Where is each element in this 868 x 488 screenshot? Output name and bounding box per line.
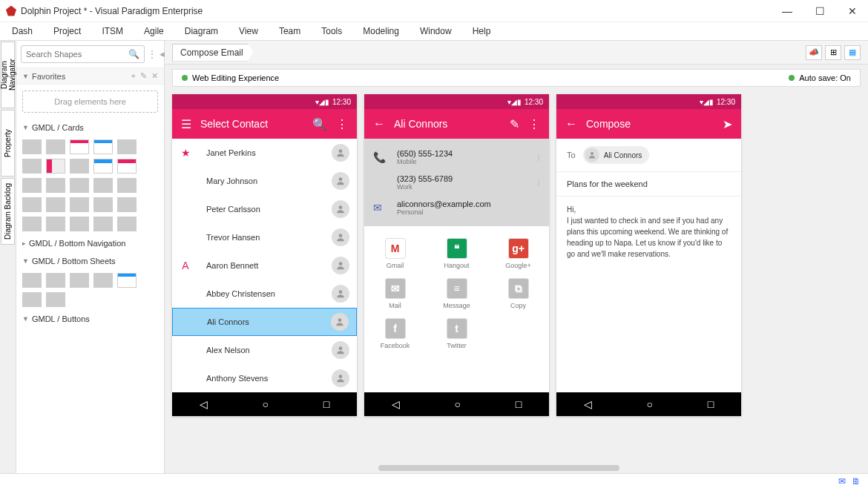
share-facebook[interactable]: fFacebook	[364, 314, 426, 354]
search-icon[interactable]: 🔍	[128, 49, 139, 59]
wireframe-contact-detail[interactable]: ▾◢▮ 12:30 ← Ali Connors ✎ ⋮ 📞(650) 555-1…	[364, 94, 549, 416]
announce-icon[interactable]: 📣	[806, 45, 822, 60]
share-copy[interactable]: ⧉Copy	[487, 274, 549, 314]
add-favorite-icon[interactable]: +	[131, 71, 136, 81]
palette-shape[interactable]	[70, 178, 89, 193]
palette-shape[interactable]	[70, 197, 89, 212]
contact-row[interactable]: Anthony Stevens	[172, 364, 357, 392]
palette-shape[interactable]	[70, 159, 89, 174]
palette-shape[interactable]	[117, 217, 137, 231]
palette-shape[interactable]	[117, 197, 137, 212]
palette-shape[interactable]	[93, 197, 113, 212]
mail-icon[interactable]: ✉	[838, 476, 846, 487]
nav-back-icon[interactable]: ◁	[200, 398, 208, 410]
hamburger-icon[interactable]: ☰	[181, 117, 191, 131]
share-gmail[interactable]: MGmail	[364, 234, 426, 274]
share-hangout[interactable]: ❝Hangout	[426, 234, 487, 274]
palette-shape[interactable]	[22, 178, 42, 193]
nav-back-icon[interactable]: ◁	[392, 398, 400, 410]
wireframe-compose-email[interactable]: ▾◢▮ 12:30 ← Compose ➤ To	[556, 94, 741, 416]
palette-shape[interactable]	[70, 273, 89, 288]
menu-window[interactable]: Window	[420, 26, 452, 36]
diagram-canvas[interactable]: ▾◢▮ 12:30 ☰ Select Contact 🔍 ⋮ ★Janet Pe…	[165, 87, 868, 463]
remove-favorite-icon[interactable]: ✕	[151, 71, 158, 81]
menu-diagram[interactable]: Diagram	[185, 26, 218, 36]
palette-shape[interactable]	[46, 178, 65, 193]
palette-section-header[interactable]: ▼GMDL / Bottom Sheets	[16, 252, 164, 270]
send-icon[interactable]: ➤	[723, 117, 732, 131]
overflow-icon[interactable]: ⋮	[528, 117, 540, 131]
palette-shape[interactable]	[46, 197, 65, 212]
contact-row[interactable]: Ali Connors	[172, 308, 357, 336]
palette-shape[interactable]	[70, 217, 89, 231]
palette-section-header[interactable]: ▼GMDL / Buttons	[16, 310, 164, 328]
collapse-icon[interactable]: ◀	[160, 50, 165, 58]
search-icon[interactable]: 🔍	[312, 117, 327, 131]
palette-shape[interactable]	[93, 139, 113, 154]
palette-shape[interactable]	[46, 292, 65, 307]
menu-team[interactable]: Team	[279, 26, 300, 36]
recipient-chip[interactable]: Ali Connors	[583, 146, 650, 164]
palette-shape[interactable]	[22, 139, 42, 154]
share-twitter[interactable]: tTwitter	[426, 314, 487, 354]
palette-shape[interactable]	[22, 197, 42, 212]
favorites-dropzone[interactable]: Drag elements here	[22, 90, 158, 113]
nav-home-icon[interactable]: ○	[647, 398, 653, 410]
phone-row[interactable]: (323) 555-6789Work⟩	[373, 170, 540, 195]
vtab-diagram-navigator[interactable]: Diagram Navigator	[1, 42, 15, 108]
palette-shape[interactable]	[46, 273, 65, 288]
palette-shape[interactable]	[22, 273, 42, 288]
vtab-diagram-backlog[interactable]: Diagram Backlog	[1, 178, 15, 245]
layout-icon[interactable]: ⊞	[825, 45, 841, 60]
edit-icon[interactable]: ✎	[510, 117, 519, 131]
phone-row[interactable]: 📞(650) 555-1234Mobile⟩	[373, 145, 540, 170]
contact-row[interactable]: ★Janet Perkins	[172, 139, 357, 167]
menu-itsm[interactable]: ITSM	[102, 26, 123, 36]
contact-row[interactable]: Peter Carlsson	[172, 195, 357, 223]
wireframe-contact-list[interactable]: ▾◢▮ 12:30 ☰ Select Contact 🔍 ⋮ ★Janet Pe…	[172, 94, 357, 416]
palette-shape[interactable]	[22, 159, 42, 174]
nav-back-icon[interactable]: ◁	[584, 398, 592, 410]
nav-home-icon[interactable]: ○	[263, 398, 269, 410]
palette-shape[interactable]	[46, 139, 65, 154]
vtab-property[interactable]: Property	[1, 110, 15, 177]
share-message[interactable]: ≡Message	[426, 274, 487, 314]
edit-favorite-icon[interactable]: ✎	[140, 71, 147, 81]
nav-recent-icon[interactable]: □	[323, 398, 329, 410]
contact-row[interactable]: Mary Johnson	[172, 167, 357, 195]
close-button[interactable]: ✕	[843, 5, 862, 17]
document-icon[interactable]: 🗎	[852, 476, 861, 487]
menu-view[interactable]: View	[239, 26, 258, 36]
horizontal-scrollbar[interactable]	[172, 463, 861, 473]
share-mail[interactable]: ✉Mail	[364, 274, 426, 314]
palette-shape[interactable]	[22, 292, 42, 307]
palette-section-header[interactable]: ▸GMDL / Bottom Navigation	[16, 234, 164, 252]
palette-shape[interactable]	[117, 159, 137, 174]
nav-home-icon[interactable]: ○	[455, 398, 461, 410]
email-row[interactable]: ✉aliconnors@example.comPersonal	[373, 195, 540, 220]
back-arrow-icon[interactable]: ←	[373, 117, 385, 131]
menu-agile[interactable]: Agile	[144, 26, 164, 36]
palette-shape[interactable]	[117, 178, 137, 193]
palette-shape[interactable]	[46, 217, 65, 231]
minimize-button[interactable]: —	[777, 5, 797, 17]
menu-dash[interactable]: Dash	[12, 26, 33, 36]
palette-shape[interactable]	[93, 217, 113, 231]
contact-row[interactable]: Abbey Christensen	[172, 280, 357, 308]
palette-shape[interactable]	[22, 217, 42, 231]
palette-shape[interactable]	[70, 139, 89, 154]
menu-modeling[interactable]: Modeling	[363, 26, 399, 36]
compose-subject[interactable]: Plans for the weekend	[556, 172, 741, 197]
palette-shape[interactable]	[46, 159, 65, 174]
nav-recent-icon[interactable]: □	[708, 398, 714, 410]
palette-shape[interactable]	[93, 178, 113, 193]
contact-row[interactable]: Trevor Hansen	[172, 223, 357, 251]
contact-row[interactable]: Alex Nelson	[172, 336, 357, 364]
maximize-button[interactable]: ☐	[810, 5, 829, 17]
menu-tools[interactable]: Tools	[321, 26, 342, 36]
back-arrow-icon[interactable]: ←	[565, 117, 577, 131]
compose-body[interactable]: Hi,I just wanted to check in and see if …	[556, 197, 741, 267]
palette-shape[interactable]	[93, 159, 113, 174]
panels-icon[interactable]: ▦	[844, 45, 861, 60]
palette-shape[interactable]	[93, 273, 113, 288]
